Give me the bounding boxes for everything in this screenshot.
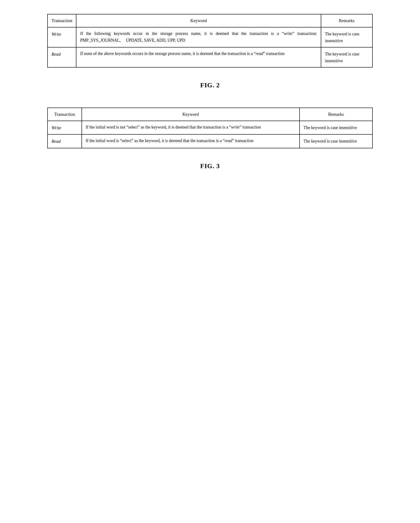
fig2-write-remarks: The keyword is case insensitive (321, 27, 372, 47)
fig3-read-transaction: Read (48, 134, 82, 148)
fig2-table: Transaction Keyword Remarks Write If the… (47, 14, 373, 67)
fig2-read-transaction: Read (48, 47, 76, 67)
fig3-write-keyword: If the initial word is not “select” as t… (82, 121, 300, 134)
fig3-row-read: Read If the initial word is “select” as … (48, 134, 372, 148)
fig2-row-write: Write If the following keywords occur in… (48, 27, 372, 47)
fig2-write-transaction: Write (48, 27, 76, 47)
fig3-container: Transaction Keyword Remarks Write If the… (19, 107, 401, 170)
fig3-write-transaction: Write (48, 121, 82, 134)
fig3-read-remarks: The keyword is case insensitive (300, 134, 372, 148)
fig2-read-remarks: The keyword is case insensitive (321, 47, 372, 67)
fig3-write-remarks: The keyword is case insensitive (300, 121, 372, 134)
fig3-col-transaction: Transaction (48, 108, 82, 121)
fig3-caption: FIG. 3 (200, 162, 220, 170)
fig2-write-keyword: If the following keywords occur in the s… (76, 27, 321, 47)
fig2-caption: FIG. 2 (200, 82, 220, 89)
fig2-col-transaction: Transaction (48, 14, 76, 27)
fig3-row-write: Write If the initial word is not “select… (48, 121, 372, 134)
fig3-read-keyword: If the initial word is “select” as the k… (82, 134, 300, 148)
fig2-row-read: Read If none of the above keywords occur… (48, 47, 372, 67)
fig2-col-keyword: Keyword (76, 14, 321, 27)
fig3-col-keyword: Keyword (82, 108, 300, 121)
fig2-container: Transaction Keyword Remarks Write If the… (19, 14, 401, 89)
fig2-read-keyword: If none of the above keywords occurs in … (76, 47, 321, 67)
fig2-col-remarks: Remarks (321, 14, 372, 27)
fig3-col-remarks: Remarks (300, 108, 372, 121)
fig3-table: Transaction Keyword Remarks Write If the… (47, 107, 373, 148)
